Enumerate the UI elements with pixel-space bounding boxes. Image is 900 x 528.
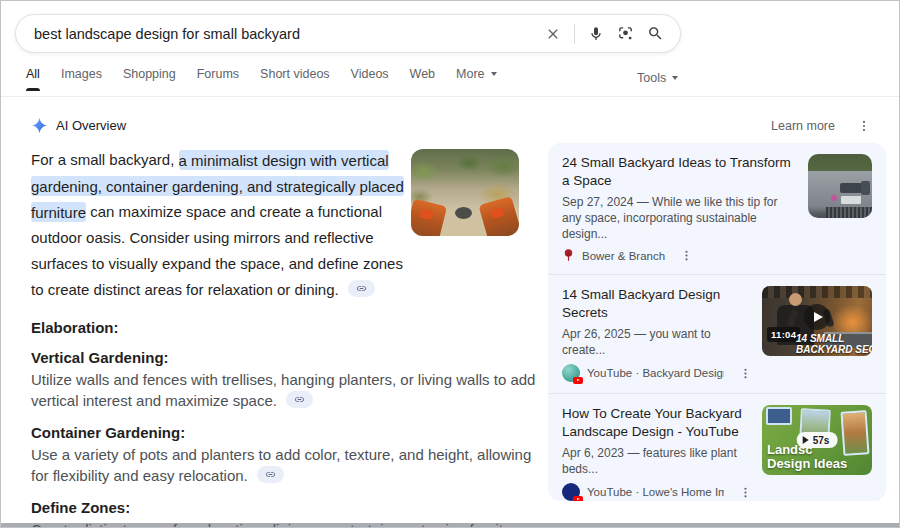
thumbnail-detail	[411, 198, 447, 236]
thumbnail-detail	[789, 293, 802, 306]
thumbnail-overlay-text: 14 SMALL BACKYARD SECRET	[762, 333, 872, 356]
result-source-row: YouTube · Backyard Design Guy · O...	[562, 364, 752, 382]
result-card-3[interactable]: How To Create Your Backyard Landscape De…	[548, 394, 886, 501]
tab-shopping[interactable]: Shopping	[123, 67, 176, 91]
divider	[574, 24, 575, 44]
tab-web[interactable]: Web	[410, 67, 435, 91]
youtube-channel-avatar	[562, 364, 580, 382]
elaboration-heading: Elaboration:	[31, 319, 539, 336]
ai-overview-actions: Learn more	[771, 119, 871, 133]
result-snippet: Apr 26, 2025 — you want to create...	[562, 326, 752, 358]
citation-link-icon[interactable]	[348, 280, 375, 297]
section-define-zones: Define Zones: Create distinct areas for …	[31, 499, 539, 528]
bower-branch-favicon	[562, 248, 575, 263]
play-icon[interactable]	[804, 304, 830, 330]
citation-link-icon[interactable]	[257, 466, 284, 483]
intro-text: For a small backyard,	[31, 151, 179, 168]
ai-overview-intro: For a small backyard, a minimalist desig…	[31, 147, 413, 303]
more-options-icon[interactable]	[739, 367, 752, 380]
search-input[interactable]: best landscape design for small backyard	[16, 26, 545, 42]
youtube-channel-avatar	[562, 483, 580, 501]
section-body: Use a variety of pots and planters to ad…	[31, 444, 539, 486]
result-snippet: Apr 6, 2023 — features like plant beds..…	[562, 445, 752, 477]
section-heading: Define Zones:	[31, 499, 539, 516]
more-options-icon[interactable]	[857, 119, 871, 133]
more-options-icon[interactable]	[680, 249, 693, 262]
section-heading: Container Gardening:	[31, 424, 539, 441]
tab-short-videos[interactable]: Short videos	[260, 67, 329, 91]
result-thumbnail[interactable]	[808, 154, 872, 218]
youtube-icon	[573, 496, 583, 502]
result-card-2[interactable]: 14 Small Backyard Design Secrets Apr 26,…	[548, 275, 886, 393]
section-heading: Vertical Gardening:	[31, 349, 539, 366]
tab-more[interactable]: More	[456, 67, 496, 91]
card-text: How To Create Your Backyard Landscape De…	[562, 405, 752, 501]
section-body: Create distinct areas for relaxation, di…	[31, 519, 539, 528]
thumbnail-detail	[478, 196, 519, 236]
search-icon[interactable]	[647, 25, 664, 42]
chevron-down-icon	[672, 76, 678, 80]
result-title[interactable]: 14 Small Backyard Design Secrets	[562, 286, 752, 322]
citation-link-icon[interactable]	[286, 391, 313, 408]
ai-overview-thumbnail[interactable]	[411, 149, 519, 236]
google-search-results-page: best landscape design for small backyard	[0, 0, 900, 528]
video-duration-badge: 57s	[797, 432, 838, 448]
section-container-gardening: Container Gardening: Use a variety of po…	[31, 424, 539, 486]
result-tabs: All Images Shopping Forums Short videos …	[26, 67, 497, 91]
ai-overview-header: AI Overview	[31, 117, 126, 134]
video-thumbnail[interactable]: Landsc Design Ideas 57s	[762, 405, 872, 475]
search-bar[interactable]: best landscape design for small backyard	[15, 14, 681, 53]
source-name: YouTube · Lowe's Home Improvem...	[587, 486, 724, 498]
ai-sparkle-icon	[31, 117, 48, 134]
ai-overview-label: AI Overview	[56, 118, 126, 133]
tools-button[interactable]: Tools	[637, 71, 678, 85]
divider	[1, 96, 900, 97]
section-vertical-gardening: Vertical Gardening: Utilize walls and fe…	[31, 349, 539, 411]
microphone-icon[interactable]	[588, 26, 604, 42]
thumbnail-detail	[766, 407, 792, 425]
video-thumbnail[interactable]: 11:04 14 SMALL BACKYARD SECRET	[762, 286, 872, 356]
more-options-icon[interactable]	[739, 486, 752, 499]
card-text: 14 Small Backyard Design Secrets Apr 26,…	[562, 286, 752, 382]
google-lens-icon[interactable]	[617, 25, 634, 42]
result-title[interactable]: 24 Small Backyard Ideas to Transform a S…	[562, 154, 798, 190]
thumbnail-detail	[762, 286, 872, 298]
learn-more-link[interactable]: Learn more	[771, 119, 835, 133]
chevron-down-icon	[491, 72, 497, 76]
thumbnail-detail	[455, 207, 472, 219]
source-name: Bower & Branch	[582, 250, 665, 262]
card-text: 24 Small Backyard Ideas to Transform a S…	[562, 154, 798, 263]
result-source-row: YouTube · Lowe's Home Improvem...	[562, 483, 752, 501]
tab-forums[interactable]: Forums	[197, 67, 239, 91]
result-source-row: Bower & Branch	[562, 248, 798, 263]
search-bar-actions	[545, 24, 680, 44]
intro-text: can maximize space and create a function…	[31, 203, 403, 298]
related-results-panel: 24 Small Backyard Ideas to Transform a S…	[548, 143, 886, 501]
result-snippet: Sep 27, 2024 — While we like this tip fo…	[562, 194, 798, 242]
result-title[interactable]: How To Create Your Backyard Landscape De…	[562, 405, 752, 441]
section-body: Utilize walls and fences with trellises,…	[31, 369, 539, 411]
tab-all[interactable]: All	[26, 67, 40, 91]
source-name: YouTube · Backyard Design Guy · O...	[587, 367, 724, 379]
tab-images[interactable]: Images	[61, 67, 102, 91]
tab-videos[interactable]: Videos	[351, 67, 389, 91]
result-card-1[interactable]: 24 Small Backyard Ideas to Transform a S…	[548, 143, 886, 274]
clear-search-icon[interactable]	[545, 26, 561, 42]
youtube-icon	[573, 377, 583, 385]
